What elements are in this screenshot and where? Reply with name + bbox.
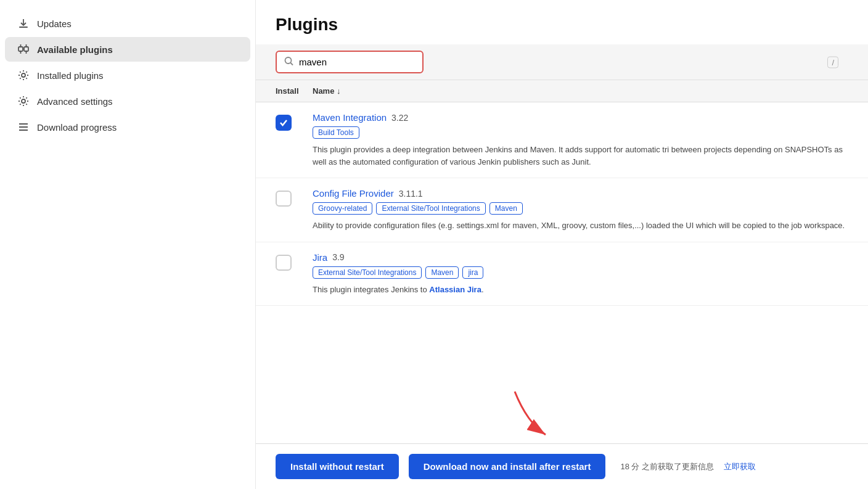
plugin-title-row: Jira 3.9 [313, 252, 848, 263]
refresh-link[interactable]: 立即获取 [724, 461, 756, 472]
table-row: Maven Integration 3.22 Build Tools This … [256, 102, 868, 178]
plugin-checkbox-config-file-provider[interactable] [276, 188, 313, 207]
plugin-title-row: Config File Provider 3.11.1 [313, 188, 848, 199]
plugin-info-maven-integration: Maven Integration 3.22 Build Tools This … [313, 112, 848, 168]
table-row: Config File Provider 3.11.1 Groovy-relat… [256, 178, 868, 242]
plugin-title-row: Maven Integration 3.22 [313, 112, 848, 123]
tag-maven-jira[interactable]: Maven [425, 266, 459, 279]
plugin-list: Maven Integration 3.22 Build Tools This … [256, 102, 868, 443]
main-content: Plugins / Install Name ↓ [256, 0, 868, 489]
svg-point-4 [22, 99, 25, 103]
checkbox-unchecked-icon[interactable] [276, 191, 292, 207]
sidebar: Updates Available plugins Installed plug… [0, 0, 256, 489]
sidebar-item-available-plugins-label: Available plugins [37, 44, 113, 55]
search-input[interactable] [276, 51, 424, 73]
footer: Install without restart Download now and… [256, 443, 868, 489]
svg-point-3 [22, 73, 25, 77]
svg-rect-2 [24, 47, 28, 51]
sidebar-item-installed-plugins-label: Installed plugins [37, 70, 104, 81]
checkbox-unchecked-icon[interactable] [276, 255, 292, 271]
page-title: Plugins [276, 15, 848, 35]
tag-groovy-related[interactable]: Groovy-related [313, 202, 372, 215]
table-header: Install Name ↓ [256, 80, 868, 102]
plugin-tags-jira: External Site/Tool Integrations Maven ji… [313, 266, 848, 279]
plugin-info-config-file-provider: Config File Provider 3.11.1 Groovy-relat… [313, 188, 848, 232]
plugin-name-config-file-provider[interactable]: Config File Provider [313, 188, 394, 199]
col-install-header: Install [276, 86, 313, 96]
advanced-settings-icon [17, 95, 30, 107]
page-header: Plugins [256, 0, 868, 44]
plugin-version-jira: 3.9 [332, 252, 344, 262]
col-name-header[interactable]: Name ↓ [313, 86, 848, 96]
sidebar-item-download-progress[interactable]: Download progress [5, 115, 250, 139]
tag-external-site-tool-jira[interactable]: External Site/Tool Integrations [313, 266, 422, 279]
plugin-tags-config-file-provider: Groovy-related External Site/Tool Integr… [313, 202, 848, 215]
download-now-install-after-restart-button[interactable]: Download now and install after restart [409, 454, 606, 479]
sidebar-item-download-progress-label: Download progress [37, 122, 117, 133]
sidebar-item-advanced-settings-label: Advanced settings [37, 96, 113, 107]
sidebar-item-advanced-settings[interactable]: Advanced settings [5, 89, 250, 113]
sidebar-item-updates-label: Updates [37, 18, 72, 29]
search-row: / [256, 44, 868, 80]
plugin-checkbox-jira[interactable] [276, 252, 313, 271]
plugin-name-maven-integration[interactable]: Maven Integration [313, 112, 387, 123]
plugin-desc-config-file-provider: Ability to provide configuration files (… [313, 220, 848, 232]
plugin-checkbox-maven-integration[interactable] [276, 112, 313, 131]
atlassian-jira-link[interactable]: Atlassian Jira [429, 285, 481, 294]
tag-external-site-tool[interactable]: External Site/Tool Integrations [376, 202, 485, 215]
plugin-desc-jira: This plugin integrates Jenkins to Atlass… [313, 284, 848, 296]
install-without-restart-button[interactable]: Install without restart [276, 454, 399, 479]
tag-build-tools[interactable]: Build Tools [313, 126, 359, 139]
tag-maven[interactable]: Maven [489, 202, 523, 215]
plugin-version-maven-integration: 3.22 [391, 113, 408, 123]
plugin-name-jira[interactable]: Jira [313, 252, 327, 263]
search-shortcut-badge: / [827, 56, 838, 68]
available-plugins-icon [17, 43, 30, 55]
plugin-info-jira: Jira 3.9 External Site/Tool Integrations… [313, 252, 848, 296]
tag-jira[interactable]: jira [462, 266, 483, 279]
sidebar-item-available-plugins[interactable]: Available plugins [5, 37, 250, 62]
download-progress-icon [17, 121, 30, 133]
sidebar-item-updates[interactable]: Updates [5, 11, 250, 36]
plugin-version-config-file-provider: 3.11.1 [399, 189, 423, 199]
checkbox-checked-icon[interactable] [276, 115, 292, 131]
installed-plugins-icon [17, 69, 30, 81]
svg-rect-1 [18, 47, 23, 51]
table-row: Jira 3.9 External Site/Tool Integrations… [256, 242, 868, 306]
updates-icon [17, 17, 30, 30]
svg-rect-0 [19, 27, 28, 28]
sidebar-item-installed-plugins[interactable]: Installed plugins [5, 63, 250, 88]
footer-meta-text: 18 分 之前获取了更新信息 [620, 461, 714, 472]
plugin-desc-maven-integration: This plugin provides a deep integration … [313, 144, 848, 168]
plugin-tags-maven-integration: Build Tools [313, 126, 848, 139]
